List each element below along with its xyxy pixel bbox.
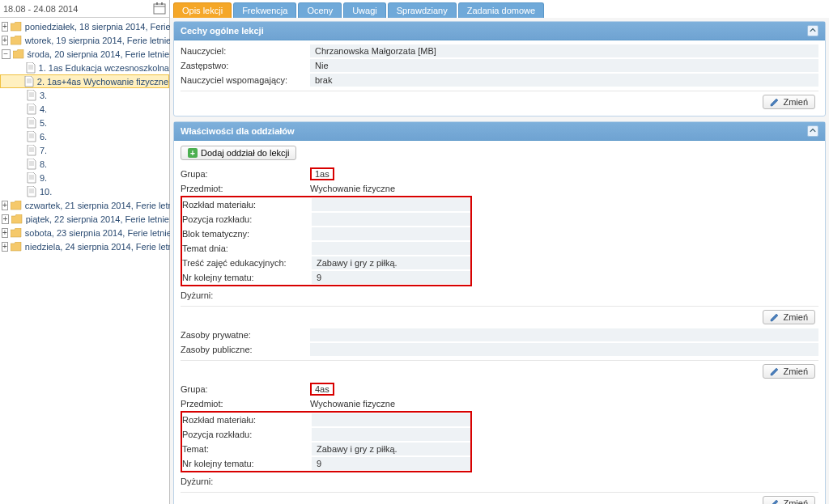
tree-day[interactable]: +niedziela, 24 sierpnia 2014, Ferie letn… [0,239,169,253]
priv-res-label: Zasoby prywatne: [181,330,310,340]
tree-lesson[interactable]: 6. [0,129,169,143]
calendar-icon[interactable] [153,2,166,15]
tree-lesson-label: 10. [40,187,52,197]
group1-label: Grupa: [181,169,310,179]
tab-bar: Opis lekcjiFrekwencjaOcenyUwagiSprawdzia… [170,0,829,18]
tree-lesson[interactable]: 7. [0,143,169,157]
add-class-label: Dodaj oddział do lekcji [201,148,289,158]
tree-lesson[interactable]: 3. [0,88,169,102]
subject2-label: Przedmiot: [181,399,310,409]
folder-icon [11,22,22,32]
general-panel: Cechy ogólne lekcji Nauczyciel: Chrzanow… [173,21,826,116]
tree-day-label: wtorek, 19 sierpnia 2014, Ferie letnie [25,36,171,45]
blok1-label: Blok tematyczny: [182,229,312,239]
collapse-icon[interactable] [807,25,818,36]
tree-lesson-label: 5. [40,118,47,128]
tree-lesson-label: 3. [40,91,47,100]
tree-day[interactable]: +poniedziałek, 18 sierpnia 2014, Ferie l… [0,19,169,33]
change-group1-button[interactable]: Zmień [763,310,815,324]
pozycja2-value [312,428,470,441]
folder-icon [11,228,22,238]
tree-expand-icon[interactable]: + [2,36,8,45]
rozklad1-label: Rozkład materiału: [182,200,312,210]
teacher-value: Chrzanowska Małgorzata [MB] [310,44,818,57]
pub-res-value [310,343,818,356]
priv-res-value [310,328,818,341]
subject1-value: Wychowanie fizyczne [310,184,395,193]
tree-lesson[interactable]: 1. 1as Edukacja wczesnoszkolna [0,61,169,74]
tree-day[interactable]: +wtorek, 19 sierpnia 2014, Ferie letnie [0,33,169,47]
change-general-label: Zmień [783,97,808,107]
dyzurni1-label: Dyżurni: [181,290,310,300]
pozycja1-label: Pozycja rozkładu: [182,214,312,224]
tree-lesson[interactable]: 9. [0,171,169,184]
change-general-button[interactable]: Zmień [763,95,815,109]
tree-expand-icon[interactable]: + [2,228,8,238]
tresc1-value: Zabawy i gry z piłką. [312,256,470,269]
add-class-button[interactable]: + Dodaj oddział do lekcji [181,146,296,160]
tree-collapse-icon[interactable]: − [2,49,11,59]
tree-day-label: sobota, 23 sierpnia 2014, Ferie letnie [25,228,172,238]
teacher-label: Nauczyciel: [181,46,310,56]
tree-day-label: piątek, 22 sierpnia 2014, Ferie letnie [26,214,169,224]
group2-label: Grupa: [181,384,310,394]
substitute-label: Zastępstwo: [181,61,310,70]
nr2-value: 9 [312,457,470,470]
rozklad2-value [312,413,470,426]
tab-oceny[interactable]: Oceny [298,2,342,18]
group2-details-highlight: Rozkład materiału: Pozycja rozkładu: Tem… [181,411,472,472]
change-group2-button[interactable]: Zmień [763,496,815,504]
tab-sprawdziany[interactable]: Sprawdziany [388,2,457,18]
change-group1-label: Zmień [783,312,808,322]
tab-opis-lekcji[interactable]: Opis lekcji [173,2,232,18]
tree-lesson-label: 4. [40,104,47,114]
tab-zadania-domowe[interactable]: Zadania domowe [458,2,544,18]
assisting-teacher-label: Nauczyciel wspomagający: [181,75,310,85]
tree-day[interactable]: +sobota, 23 sierpnia 2014, Ferie letnie [0,226,169,239]
tree-expand-icon[interactable]: + [2,214,9,224]
tree-day[interactable]: +czwartek, 21 sierpnia 2014, Ferie letni… [0,198,169,212]
tree-lesson[interactable]: 5. [0,116,169,129]
file-icon [27,172,36,184]
general-panel-title: Cechy ogólne lekcji [181,26,264,36]
file-icon [27,145,36,156]
tab-frekwencja[interactable]: Frekwencja [233,2,296,18]
tree-lesson[interactable]: 4. [0,102,169,116]
temat2-label: Temat: [182,444,312,454]
folder-icon [11,214,23,224]
tree-expand-icon[interactable]: + [2,201,8,210]
tree-lesson-label: 8. [40,159,47,169]
tree-lesson[interactable]: 8. [0,157,169,171]
tab-uwagi[interactable]: Uwagi [343,2,386,18]
tree-day-label: niedziela, 24 sierpnia 2014, Ferie letni… [25,242,180,252]
tree-day-label: czwartek, 21 sierpnia 2014, Ferie letnie [25,201,180,210]
pub-res-label: Zasoby publiczne: [181,345,310,354]
folder-open-icon [13,49,24,59]
nr1-value: 9 [312,271,470,284]
tree-day[interactable]: −środa, 20 sierpnia 2014, Ferie letnie [0,47,169,61]
change-resources-button[interactable]: Zmień [763,364,815,379]
file-icon [27,186,36,197]
tree-lesson-label: 1. 1as Edukacja wczesnoszkolna [39,63,169,73]
dyzurni2-label: Dyżurni: [181,476,310,486]
tematdnia1-value [312,242,470,255]
tree-day-label: środa, 20 sierpnia 2014, Ferie letnie [28,49,170,59]
tree-lesson-label: 9. [40,173,47,183]
plus-icon: + [188,148,198,158]
pencil-icon [770,312,780,322]
general-panel-header: Cechy ogólne lekcji [174,22,825,40]
properties-panel-header: Właściwości dla oddziałów [174,122,825,141]
subject1-label: Przedmiot: [181,184,310,193]
group1-value-highlight: 1as [310,167,334,180]
file-icon [24,76,34,87]
rozklad2-label: Rozkład materiału: [182,415,312,425]
tree-expand-icon[interactable]: + [2,22,8,32]
tree-lesson[interactable]: 10. [0,184,169,198]
tree-expand-icon[interactable]: + [2,242,8,252]
tree-day[interactable]: +piątek, 22 sierpnia 2014, Ferie letnie [0,212,169,226]
group2-value-highlight: 4as [310,383,334,396]
tree-lesson[interactable]: 2. 1as+4as Wychowanie fizyczne [0,74,169,88]
collapse-icon[interactable] [807,125,818,137]
group2-value: 4as [315,384,329,394]
pencil-icon [770,366,780,376]
